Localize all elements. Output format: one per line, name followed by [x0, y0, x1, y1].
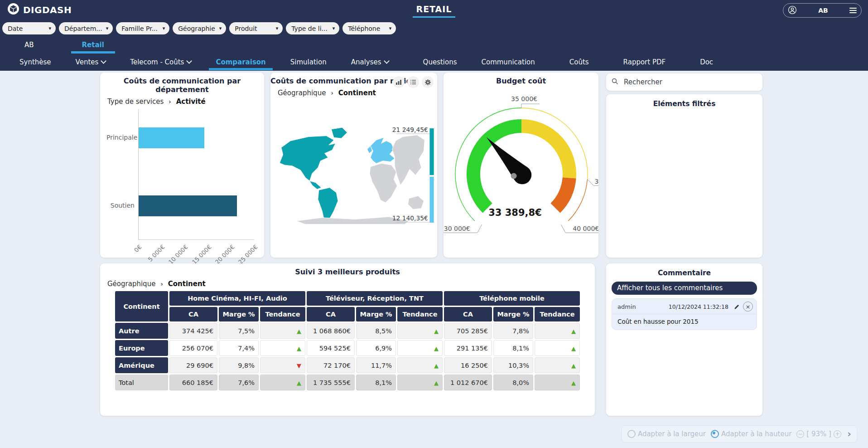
- comments-panel: Commentaire Afficher tous les commentair…: [606, 263, 762, 416]
- trend-up-icon: ▲: [434, 380, 439, 386]
- collapse-bar-icon[interactable]: ›: [847, 429, 851, 439]
- comment-timestamp: 10/12/2024 11:32:18: [669, 303, 728, 310]
- trend-cell: ▲: [535, 375, 580, 390]
- bar-soutien[interactable]: [139, 195, 237, 216]
- tab-rapport-pdf[interactable]: Rapport PDF: [611, 54, 678, 70]
- x-axis-ticks: 0€ 5 000€ 10 000€ 15 000€ 20 000€ 25 000…: [138, 240, 254, 263]
- map-region-north-america: [280, 136, 335, 181]
- gear-icon[interactable]: [422, 76, 434, 88]
- list-icon[interactable]: [407, 76, 419, 88]
- fit-width-radio[interactable]: [627, 430, 636, 438]
- map-region-south-america: [318, 188, 338, 222]
- group-header: Home Cinéma, HI-FI, Audio: [169, 291, 305, 306]
- user-icon: [788, 5, 797, 16]
- tab-synthese[interactable]: Synthèse: [7, 54, 63, 70]
- trend-cell: ▲: [397, 357, 443, 373]
- sub-header-tendance: Tendance: [260, 307, 305, 321]
- filter-departement[interactable]: Départem...▾: [59, 22, 113, 34]
- fit-width-label: Adapter à la largeur: [638, 430, 706, 438]
- tab-comparaison[interactable]: Comparaison: [203, 54, 278, 70]
- tab-questions[interactable]: Questions: [411, 54, 469, 70]
- filter-geographie[interactable]: Géographie▾: [173, 22, 226, 34]
- products-table: Continent Home Cinéma, HI-FI, Audio Télé…: [114, 290, 581, 392]
- table-title: Suivi 3 meilleurs produits: [100, 263, 595, 276]
- tab-analyses[interactable]: Analyses: [339, 54, 401, 70]
- gauge-chart: 35 000€30 000€40 000€3833 389,8€: [444, 85, 598, 254]
- search-icon: [612, 78, 618, 87]
- hamburger-menu-icon[interactable]: [849, 6, 857, 15]
- trend-up-icon: ▲: [571, 328, 576, 335]
- trend-up-icon: ▲: [571, 345, 576, 352]
- breadcrumb-parent[interactable]: Géographique: [278, 89, 326, 97]
- tab-communication[interactable]: Communication: [469, 54, 547, 70]
- tab-couts[interactable]: Coûts: [557, 54, 601, 70]
- fit-height-label: Adapter à la hauteur: [721, 430, 791, 438]
- breadcrumb-current: Activité: [176, 97, 206, 106]
- filtered-elements-panel: Eléments filtrés: [606, 94, 762, 258]
- fit-height-radio[interactable]: [711, 430, 719, 438]
- breadcrumb-current: Continent: [168, 280, 206, 288]
- tab-simulation[interactable]: Simulation: [278, 54, 339, 70]
- zoom-in-icon[interactable]: +: [834, 430, 841, 438]
- zoom-level: [ 93% ]: [806, 430, 831, 438]
- comment-item: admin 10/12/2024 11:32:18 × Coût en haus…: [612, 298, 757, 330]
- chevron-down-icon: [187, 58, 193, 64]
- card-couts-par-departement: Coûts de communication par département T…: [100, 73, 264, 258]
- filter-date[interactable]: Date▾: [2, 22, 56, 34]
- filter-famille-produit[interactable]: Famille Pr...▾: [116, 22, 169, 34]
- sub-header-ca: CA: [307, 307, 355, 321]
- sub-header-marge: Marge %: [493, 307, 533, 321]
- filter-produit[interactable]: Produit▾: [229, 22, 283, 34]
- sub-header-marge: Marge %: [219, 307, 259, 321]
- map-region-europe: [371, 137, 395, 163]
- tab-telecom-couts[interactable]: Telecom - Coûts: [118, 54, 203, 70]
- trend-cell: ▲: [397, 375, 443, 390]
- table-row: Europe 256 070€ 7,4% ▲ 594 525€ 6,9% ▲ 2…: [115, 340, 580, 356]
- digdash-logo-icon: [7, 3, 19, 17]
- search-input[interactable]: [623, 78, 762, 87]
- zoom-out-icon[interactable]: −: [796, 430, 804, 438]
- trend-up-icon: ▲: [434, 345, 439, 352]
- chart-title: Coûts de communication par département: [100, 73, 264, 94]
- comment-author: admin: [617, 303, 669, 310]
- svg-text:35 000€: 35 000€: [511, 95, 537, 102]
- table-row: Amérique 29 690€ 9,8% ▼ 72 170€ 11,7% ▲ …: [115, 357, 580, 373]
- bar-chart-icon[interactable]: [393, 76, 405, 88]
- trend-cell: ▲: [535, 323, 580, 339]
- trend-up-icon: ▲: [297, 345, 301, 352]
- trend-up-icon: ▲: [434, 362, 439, 369]
- bar-chart: Principale Soutien 0€ 5 000€ 10 000€ 15 …: [106, 109, 258, 240]
- breadcrumb-parent[interactable]: Type de services: [107, 97, 164, 106]
- caret-down-icon: ▾: [333, 25, 335, 31]
- filter-type-de-ligne[interactable]: Type de li...▾: [286, 22, 339, 34]
- tab-doc[interactable]: Doc: [688, 54, 725, 70]
- trend-up-icon: ▲: [571, 380, 576, 386]
- svg-text:30 000€: 30 000€: [444, 225, 470, 232]
- show-all-comments-button[interactable]: Afficher tous les commentaires: [612, 282, 757, 295]
- gauge-needle: [480, 131, 535, 188]
- tab-ventes[interactable]: Ventes: [63, 54, 118, 70]
- tab-ab[interactable]: AB: [16, 41, 42, 54]
- view-zoom-bar: Adapter à la largeur Adapter à la hauteu…: [622, 425, 857, 443]
- breadcrumb-parent[interactable]: Géographique: [107, 280, 155, 288]
- edit-comment-icon[interactable]: [732, 302, 741, 311]
- breadcrumb-separator-icon: ›: [169, 98, 171, 105]
- world-map: 21 249,45€ 12 140,35€: [270, 101, 437, 252]
- bar-principale[interactable]: [139, 127, 204, 148]
- panel-title: Eléments filtrés: [606, 94, 762, 108]
- user-menu[interactable]: AB: [783, 3, 862, 18]
- card-budget-cout: Budget coût 35 000€30 000€40 000€3833 38…: [444, 73, 598, 258]
- map-region-asia: [392, 135, 425, 185]
- card-suivi-produits: Suivi 3 meilleurs produits Géographique …: [100, 263, 595, 416]
- brand[interactable]: DIGDASH: [0, 3, 72, 17]
- svg-text:33 389,8€: 33 389,8€: [488, 207, 542, 218]
- sub-header-ca: CA: [169, 307, 217, 321]
- delete-comment-icon[interactable]: ×: [743, 302, 753, 312]
- breadcrumb-separator-icon: ›: [331, 89, 333, 97]
- tab-retail[interactable]: Retail: [74, 41, 112, 54]
- filter-telephone[interactable]: Téléphone▾: [342, 22, 396, 34]
- group-header: Téléviseur, Réception, TNT: [307, 291, 443, 306]
- svg-text:40 000€: 40 000€: [573, 225, 598, 232]
- dashboard-content: Coûts de communication par département T…: [0, 71, 868, 448]
- caret-down-icon: ▾: [106, 25, 109, 31]
